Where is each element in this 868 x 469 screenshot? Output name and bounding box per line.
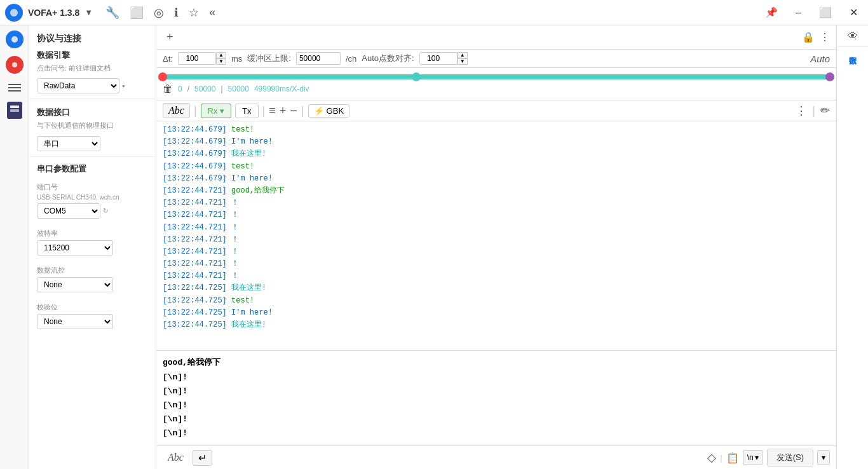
data-engine-desc: 点击问号: 前往详细文档 [37, 64, 148, 73]
parity-select-row: None [37, 314, 148, 329]
minimize-button[interactable]: – [790, 4, 806, 21]
delta-t-up[interactable]: ▲ [216, 52, 226, 58]
term-sep-4: | [812, 104, 815, 118]
input-line: [\n]! [163, 370, 830, 384]
eye-icon[interactable]: 👁 [848, 31, 858, 42]
svg-point-2 [12, 62, 17, 67]
right-sep [837, 46, 868, 46]
trash-icon[interactable]: 🗑 [163, 83, 173, 95]
title-bar: VOFA+ 1.3.8 ▼ 🔧 ⬜ ◎ ℹ ☆ « 📌 – ⬜ ✕ [0, 0, 868, 25]
flow-label: 数据流控 [37, 266, 148, 275]
input-sep: | [720, 453, 722, 463]
terminal-toolbar: Abc | Rx ▾ Tx | ≡ + − | ⚡ GBK ⋮ | ✏ [156, 100, 836, 121]
crop-icon[interactable]: ⬜ [130, 6, 144, 20]
params-bar: Δt: ▲ ▼ ms 缓冲区上限: /ch Auto点数对齐: ▲ ▼ Auto [156, 50, 836, 68]
slider-total-val: 50000 [194, 85, 215, 93]
delta-t-down[interactable]: ▼ [216, 58, 226, 65]
input-back-button[interactable]: ↵ [193, 450, 212, 466]
rx-button[interactable]: Rx ▾ [201, 104, 232, 118]
rawdata-help-icon[interactable]: ▪ [122, 81, 125, 90]
font-minus-icon[interactable]: − [290, 104, 297, 118]
interface-row: 串口 [37, 136, 148, 151]
buffer-input[interactable] [296, 52, 341, 65]
font-plus-icon[interactable]: + [280, 104, 287, 118]
close-button[interactable]: ✕ [844, 4, 863, 21]
clipboard-icon[interactable]: 📋 [726, 452, 739, 464]
auto-pts-field[interactable] [419, 52, 458, 65]
toolbar-more-icon[interactable]: ⋮ [820, 31, 830, 43]
back-icon[interactable]: « [209, 6, 215, 19]
lock-icon[interactable]: 🔒 [802, 31, 815, 43]
delta-t-field[interactable] [178, 52, 216, 65]
baud-label: 波特率 [37, 229, 148, 238]
port-select-row: COM5 ↻ [37, 203, 148, 219]
flow-row: 数据流控 None [29, 263, 156, 295]
flow-select-row: None [37, 277, 148, 292]
pin-button[interactable]: 📌 [760, 4, 783, 21]
svg-point-0 [10, 9, 18, 17]
rawdata-select[interactable]: RawData [37, 78, 119, 93]
term-more-icon[interactable]: ⋮ [796, 104, 807, 118]
serial-config-title: 串口参数配置 [29, 157, 156, 175]
log-line: [13:22:44.679] 我在这里! [163, 148, 830, 160]
slider-thumb-right[interactable] [825, 72, 834, 81]
slider-right-val: 50000 [228, 85, 249, 93]
port-row: 端口号 USB-SERIAL CH340, wch.cn COM5 ↻ [29, 180, 156, 221]
title-bar-right: 📌 – ⬜ ✕ [760, 4, 863, 21]
per-ch-label: /ch [346, 54, 356, 64]
add-panel-button[interactable]: + [163, 29, 177, 45]
slider-thumb-mid[interactable] [412, 72, 421, 81]
log-line: [13:22:44.725] test! [163, 295, 830, 307]
abc-font-button[interactable]: Abc [163, 103, 190, 118]
connect-icon[interactable] [6, 31, 24, 48]
input-line: [\n]! [163, 384, 830, 398]
parity-row: 校验位 None [29, 300, 156, 332]
encoding-button[interactable]: ⚡ GBK [308, 104, 349, 118]
log-line: [13:22:44.721] good,给我停下 [163, 185, 830, 197]
auto-pts-label: Auto点数对齐: [362, 53, 414, 64]
slider-track[interactable] [163, 74, 830, 79]
auto-pts-down[interactable]: ▼ [458, 58, 468, 65]
interface-desc: 与下位机通信的物理接口 [37, 121, 148, 130]
info-icon[interactable]: ℹ [174, 6, 179, 20]
slider-area: 🗑 0 / 50000 | 50000 499990ms/X-div [156, 68, 836, 100]
fingerprint-icon[interactable]: ☆ [189, 6, 199, 20]
terminal-output: [13:22:44.679] test![13:22:44.679] I'm h… [156, 121, 836, 350]
baud-select[interactable]: 115200 [37, 240, 113, 255]
newline-arrow: ▾ [755, 453, 759, 462]
app-logo-icon [5, 4, 23, 22]
buffer-label: 缓冲区上限: [247, 53, 291, 64]
right-panel: 👁 数据 [836, 25, 868, 469]
slider-pipe: | [220, 85, 222, 93]
auto-pts-up[interactable]: ▲ [458, 52, 468, 58]
send-button[interactable]: 发送(S) [767, 449, 813, 466]
layers-icon[interactable] [7, 102, 22, 119]
flow-select[interactable]: None [37, 277, 113, 292]
clear-terminal-icon[interactable]: ✏ [820, 104, 830, 118]
port-device: USB-SERIAL CH340, wch.cn [37, 194, 148, 201]
app-title: VOFA+ 1.3.8 [28, 8, 79, 18]
interface-select[interactable]: 串口 [37, 136, 100, 151]
log-line: [13:22:44.721] ！ [163, 209, 830, 221]
dropdown-arrow[interactable]: ▼ [85, 8, 93, 17]
input-toolbar-right: ◇ | 📋 \n ▾ 发送(S) ▾ [707, 449, 830, 466]
parity-select[interactable]: None [37, 314, 113, 329]
log-line: [13:22:44.721] ！ [163, 258, 830, 270]
send-more-button[interactable]: ▾ [817, 450, 830, 465]
slider-left-val: 0 [178, 85, 182, 93]
record-icon[interactable] [6, 56, 24, 74]
port-refresh-icon[interactable]: ↻ [103, 207, 108, 214]
target-icon[interactable]: ◎ [154, 6, 164, 20]
align-icon[interactable]: ≡ [269, 104, 276, 118]
parity-label: 校验位 [37, 302, 148, 312]
slider-thumb-left[interactable] [158, 72, 167, 81]
tx-button[interactable]: Tx [235, 104, 258, 118]
maximize-button[interactable]: ⬜ [814, 4, 837, 21]
baud-select-row: 115200 [37, 240, 148, 255]
menu-icon[interactable] [6, 81, 24, 94]
log-line: [13:22:44.725] I'm here! [163, 307, 830, 319]
port-select[interactable]: COM5 [37, 203, 100, 219]
newline-dropdown-button[interactable]: \n ▾ [743, 450, 763, 465]
tool-icon[interactable]: 🔧 [105, 6, 119, 20]
erase-icon[interactable]: ◇ [707, 451, 716, 465]
